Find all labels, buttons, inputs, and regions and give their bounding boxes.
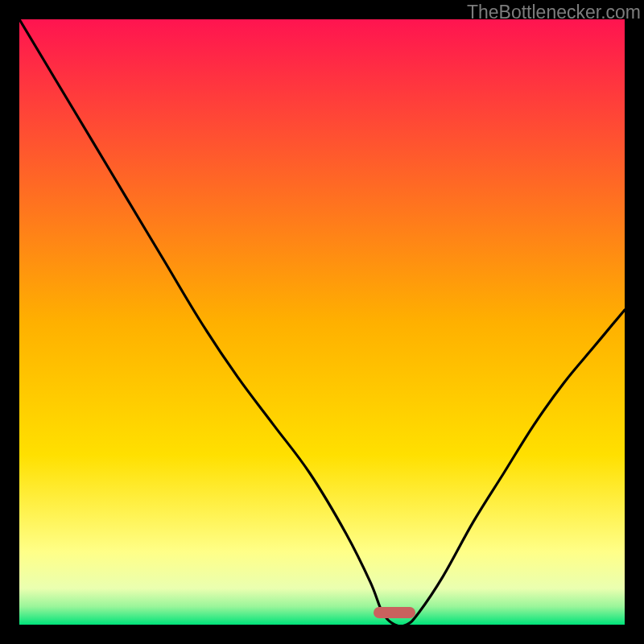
bottleneck-curve bbox=[19, 19, 625, 625]
chart-frame: TheBottlenecker.com bbox=[0, 0, 644, 644]
plot-area bbox=[19, 19, 625, 625]
optimum-marker-icon bbox=[374, 607, 415, 618]
